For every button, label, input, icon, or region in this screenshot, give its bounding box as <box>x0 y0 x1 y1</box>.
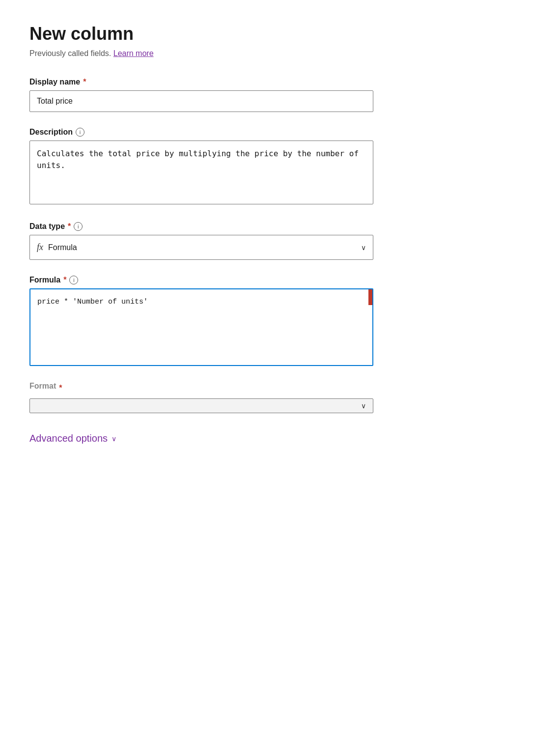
advanced-options-chevron-icon: ∨ <box>112 435 116 443</box>
data-type-section: Data type * i fx Formula ∨ <box>29 222 531 260</box>
subtitle: Previously called fields. Learn more <box>29 49 531 58</box>
fx-icon: fx <box>37 242 43 253</box>
advanced-options-label: Advanced options <box>29 433 108 444</box>
description-input[interactable]: Calculates the total price by multiplyin… <box>29 141 373 204</box>
formula-label: Formula * i <box>29 276 531 284</box>
display-name-section: Display name * <box>29 78 531 112</box>
display-name-label: Display name * <box>29 78 531 86</box>
formula-error-indicator <box>368 289 372 305</box>
formula-input[interactable]: price * 'Number of units' <box>30 289 372 363</box>
page-title: New column <box>29 24 531 44</box>
format-dropdown[interactable]: ∨ <box>29 398 373 413</box>
formula-section: Formula * i price * 'Number of units' <box>29 276 531 366</box>
description-info-icon: i <box>76 128 84 137</box>
data-type-info-icon: i <box>74 222 83 231</box>
advanced-options-row[interactable]: Advanced options ∨ <box>29 433 531 444</box>
data-type-dropdown[interactable]: fx Formula ∨ <box>29 235 373 260</box>
formula-info-icon: i <box>69 276 78 284</box>
display-name-input[interactable] <box>29 90 373 112</box>
formula-required-star: * <box>63 276 66 284</box>
formula-input-wrapper: price * 'Number of units' <box>29 288 373 366</box>
data-type-selected-value: Formula <box>48 243 77 252</box>
format-section: Format * ∨ <box>29 382 531 413</box>
description-section: Description i Calculates the total price… <box>29 128 531 206</box>
format-label: Format * <box>29 382 531 395</box>
display-name-required-star: * <box>83 78 86 86</box>
data-type-chevron-icon: ∨ <box>361 244 366 252</box>
learn-more-link[interactable]: Learn more <box>113 49 154 57</box>
subtitle-text: Previously called fields. <box>29 49 111 57</box>
format-chevron-icon: ∨ <box>361 402 366 410</box>
data-type-required-star: * <box>68 222 71 231</box>
description-label: Description i <box>29 128 531 137</box>
format-required-star: * <box>59 384 62 393</box>
data-type-label: Data type * i <box>29 222 531 231</box>
